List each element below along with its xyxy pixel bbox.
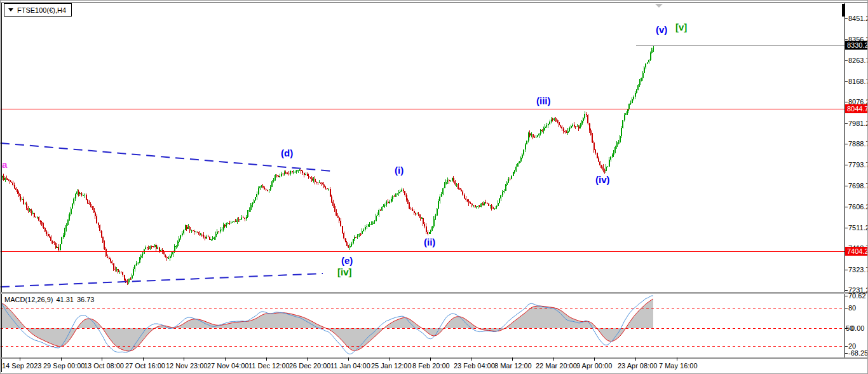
- level-price-tag: 7404.2: [845, 247, 868, 256]
- date-tick: [184, 357, 184, 361]
- price-tick-label: 8451.2: [848, 15, 868, 23]
- price-tick: [844, 270, 848, 270]
- macd-tick: [844, 328, 848, 329]
- price-tick: [844, 144, 848, 144]
- level-price-tag: 8044.7: [845, 104, 868, 113]
- date-tick: [594, 357, 595, 361]
- date-tick-label: 13 Oct 08:00: [84, 362, 124, 370]
- date-tick-label: 23 Apr 08:00: [618, 362, 657, 370]
- chart-left-border: [1, 3, 2, 372]
- macd-panel-canvas[interactable]: [1, 294, 844, 357]
- date-tick-label: 29 Sep 00:00: [43, 362, 85, 370]
- wave-label-iv[interactable]: [iv]: [337, 267, 352, 277]
- date-tick-label: 23 Feb 04:00: [454, 362, 495, 370]
- price-tick-label: 7793.7: [848, 161, 868, 169]
- price-tick-label: 7981.2: [848, 120, 868, 128]
- macd-tick: [844, 296, 848, 296]
- wave-label-iii[interactable]: (iii): [536, 95, 551, 106]
- date-tick-label: 7 May 16:00: [659, 362, 698, 370]
- date-tick: [348, 357, 349, 361]
- date-tick: [225, 357, 226, 361]
- date-tick-label: 11 Jan 04:00: [330, 362, 370, 370]
- macd-value-signal: 36.73: [77, 296, 95, 303]
- date-tick-label: 11 Dec 12:00: [248, 362, 290, 370]
- macd-tick: [844, 308, 848, 308]
- date-tick-label: 27 Nov 04:00: [207, 362, 248, 370]
- date-tick-label: 27 Oct 16:00: [125, 362, 165, 370]
- wave-label-i[interactable]: (i): [395, 165, 403, 176]
- chart-shift-marker-icon[interactable]: [655, 4, 663, 8]
- chart-top-border: [1, 3, 867, 3]
- price-tick-label: 7606.2: [848, 203, 868, 211]
- date-tick: [635, 357, 636, 361]
- date-tick: [677, 357, 677, 361]
- price-tick: [844, 228, 848, 228]
- price-tick-label: 7511.2: [848, 224, 868, 232]
- price-tick: [844, 81, 848, 82]
- date-tick-label: 25 Jan 12:00: [371, 362, 412, 370]
- date-tick-label: 22 Mar 20:00: [536, 362, 577, 370]
- date-tick: [266, 357, 267, 361]
- date-tick: [102, 357, 102, 361]
- price-tick-label: 7888.7: [848, 140, 868, 148]
- price-tick: [844, 290, 848, 291]
- symbol-selector[interactable]: FTSE100(€),H4: [4, 3, 72, 17]
- date-tick-label: 26 Dec 20:00: [289, 362, 330, 370]
- chart-window: FTSE100(€),H4 MACD(12,26,9)41.3136.73 84…: [0, 0, 868, 374]
- price-tick-label: 8263.7: [848, 57, 868, 65]
- price-tick-label: 7698.7: [848, 182, 868, 190]
- wave-label-ii[interactable]: (ii): [424, 237, 435, 247]
- price-tick-label: 7323.7: [848, 266, 868, 274]
- price-tick: [844, 165, 848, 165]
- date-tick: [471, 357, 472, 361]
- date-tick-label: 8 Feb 20:00: [412, 362, 450, 370]
- macd-tick-label: 0.00: [851, 324, 864, 333]
- wave-label-a[interactable]: a: [2, 159, 7, 170]
- time-axis-separator: [1, 357, 868, 359]
- macd-value-main: 41.31: [56, 296, 74, 303]
- date-tick: [430, 357, 431, 361]
- panel-separator[interactable]: [1, 292, 868, 294]
- main-chart-canvas[interactable]: [1, 1, 844, 292]
- date-tick-label: 8 Mar 12:00: [494, 362, 532, 370]
- current-price-tag: 8330.2: [845, 41, 868, 50]
- macd-indicator-label: MACD(12,26,9)41.3136.73: [4, 296, 97, 303]
- candlestick-series: [2, 46, 654, 285]
- date-tick-label: 12 Nov 23:00: [166, 362, 207, 370]
- macd-tick: [844, 353, 848, 354]
- wave-label-e[interactable]: (e): [341, 255, 353, 266]
- wave-label-v[interactable]: [v]: [675, 22, 687, 32]
- symbol-label: FTSE100(€),H4: [17, 6, 66, 14]
- date-tick: [307, 357, 308, 361]
- wave-label-iv[interactable]: (iv): [595, 174, 610, 185]
- price-tick: [844, 39, 848, 40]
- wave-label-d[interactable]: (d): [281, 148, 293, 158]
- date-tick: [20, 357, 20, 361]
- date-tick-label: 14 Sep 2023: [2, 362, 41, 370]
- price-tick: [844, 123, 848, 124]
- date-tick: [512, 357, 513, 361]
- date-tick: [389, 357, 390, 361]
- price-tick: [844, 186, 848, 186]
- price-axis-border: [844, 3, 845, 358]
- wave-label-v[interactable]: (v): [656, 24, 667, 35]
- date-tick: [553, 357, 554, 361]
- lower-trendline[interactable]: [1, 274, 323, 287]
- price-tick-label: 8168.7: [848, 78, 868, 86]
- macd-tick-label: 80: [848, 304, 856, 312]
- price-tick: [844, 60, 848, 61]
- date-tick: [61, 357, 62, 361]
- macd-tick-label: 70.62: [848, 292, 866, 300]
- price-tick: [844, 102, 848, 102]
- chevron-down-icon: [8, 8, 13, 11]
- date-tick-label: 9 Apr 00:00: [576, 362, 612, 370]
- macd-tick: [844, 346, 848, 347]
- macd-tick-label: -68.25: [848, 349, 868, 357]
- axis-top-marker: [842, 4, 844, 17]
- price-tick: [844, 18, 848, 19]
- price-tick: [844, 207, 848, 207]
- date-tick: [143, 357, 144, 361]
- macd-name: MACD(12,26,9): [4, 296, 53, 303]
